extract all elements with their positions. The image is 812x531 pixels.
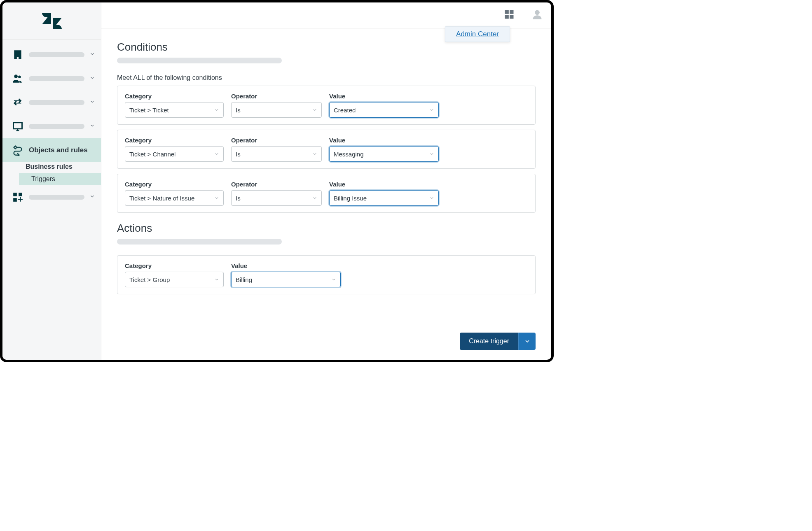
nav-placeholder: [29, 76, 84, 81]
condition-row: Category Ticket > Ticket Operator Is Val…: [117, 86, 536, 125]
chevron-down-icon: [331, 277, 336, 282]
nav-label: Objects and rules: [29, 146, 95, 154]
condition-value-select[interactable]: Created: [329, 102, 439, 118]
condition-row: Category Ticket > Channel Operator Is Va…: [117, 130, 536, 169]
zendesk-logo-icon: [42, 13, 62, 29]
topbar: [101, 2, 551, 28]
label-value: Value: [231, 262, 341, 269]
label-value: Value: [329, 137, 439, 144]
label-category: Category: [125, 93, 224, 100]
apps-add-icon: [12, 191, 24, 203]
nav-item-channels[interactable]: [2, 91, 101, 114]
chevron-down-icon: [89, 51, 95, 58]
condition-category-select[interactable]: Ticket > Nature of Issue: [125, 190, 224, 206]
nav-placeholder: [29, 100, 84, 105]
condition-operator-select[interactable]: Is: [231, 102, 322, 118]
chevron-down-icon: [214, 196, 219, 200]
create-trigger-dropdown[interactable]: [518, 333, 536, 350]
label-operator: Operator: [231, 137, 322, 144]
condition-row: Category Ticket > Nature of Issue Operat…: [117, 174, 536, 213]
label-category: Category: [125, 181, 224, 188]
nav-subitems: Business rules Triggers: [2, 161, 101, 185]
label-operator: Operator: [231, 93, 322, 100]
chevron-down-icon: [89, 193, 95, 201]
sub-item-business-rules[interactable]: Business rules: [19, 161, 101, 173]
chevron-down-icon: [524, 338, 531, 345]
chevron-down-icon: [312, 107, 317, 112]
conditions-heading: Conditions: [117, 41, 536, 54]
action-row: Category Ticket > Group Value Billing: [117, 255, 536, 294]
create-trigger-splitbutton: Create trigger: [460, 333, 536, 350]
svg-rect-6: [505, 15, 509, 19]
chevron-down-icon: [429, 107, 434, 112]
svg-point-8: [535, 10, 540, 15]
footer: Create trigger: [101, 333, 551, 360]
condition-category-select[interactable]: Ticket > Channel: [125, 146, 224, 162]
main: Admin Center Conditions Meet ALL of the …: [101, 2, 551, 360]
svg-rect-2: [19, 193, 22, 196]
nav-item-apps[interactable]: [2, 185, 101, 209]
chevron-down-icon: [89, 75, 95, 82]
chevron-down-icon: [312, 151, 317, 156]
label-operator: Operator: [231, 181, 322, 188]
nav-item-objects-rules[interactable]: Objects and rules: [2, 138, 101, 162]
action-value-select[interactable]: Billing: [231, 272, 341, 287]
nav-placeholder: [29, 124, 84, 129]
condition-operator-select[interactable]: Is: [231, 146, 322, 162]
nav-item-people[interactable]: [2, 67, 101, 91]
workflow-icon: [12, 144, 24, 156]
chevron-down-icon: [312, 196, 317, 200]
people-icon: [12, 72, 24, 85]
actions-desc-placeholder: [117, 239, 282, 245]
chevron-down-icon: [429, 151, 434, 156]
chevron-down-icon: [214, 107, 219, 112]
logo: [2, 2, 101, 40]
label-value: Value: [329, 181, 439, 188]
sub-item-triggers[interactable]: Triggers: [19, 173, 101, 185]
svg-rect-3: [13, 198, 17, 202]
nav-placeholder: [29, 195, 84, 200]
conditions-group-label: Meet ALL of the following conditions: [117, 74, 536, 82]
condition-value-select[interactable]: Messaging: [329, 146, 439, 162]
action-category-select[interactable]: Ticket > Group: [125, 272, 224, 287]
condition-operator-select[interactable]: Is: [231, 190, 322, 206]
label-category: Category: [125, 137, 224, 144]
condition-category-select[interactable]: Ticket > Ticket: [125, 102, 224, 118]
chevron-down-icon: [429, 196, 434, 200]
create-trigger-button[interactable]: Create trigger: [460, 333, 518, 350]
nav-list: Objects and rules Business rules Trigger…: [2, 40, 101, 209]
nav-placeholder: [29, 52, 84, 57]
label-category: Category: [125, 262, 224, 269]
svg-rect-1: [13, 193, 17, 196]
nav-item-workspaces[interactable]: [2, 43, 101, 67]
arrows-icon: [12, 96, 24, 109]
svg-rect-7: [510, 15, 513, 19]
nav-item-workspace[interactable]: [2, 114, 101, 138]
content: Conditions Meet ALL of the following con…: [101, 28, 551, 333]
label-value: Value: [329, 93, 439, 100]
chevron-down-icon: [214, 151, 219, 156]
chevron-down-icon: [89, 99, 95, 106]
svg-rect-4: [505, 10, 509, 14]
building-icon: [12, 49, 24, 61]
profile-icon[interactable]: [531, 9, 543, 22]
chevron-down-icon: [89, 123, 95, 130]
apps-grid-icon[interactable]: [503, 9, 515, 22]
monitor-icon: [12, 120, 24, 133]
condition-value-select[interactable]: Billing Issue: [329, 190, 439, 206]
sidebar: Objects and rules Business rules Trigger…: [2, 2, 101, 360]
chevron-down-icon: [214, 277, 219, 282]
actions-heading: Actions: [117, 222, 536, 235]
conditions-desc-placeholder: [117, 58, 282, 63]
svg-rect-5: [510, 10, 513, 14]
